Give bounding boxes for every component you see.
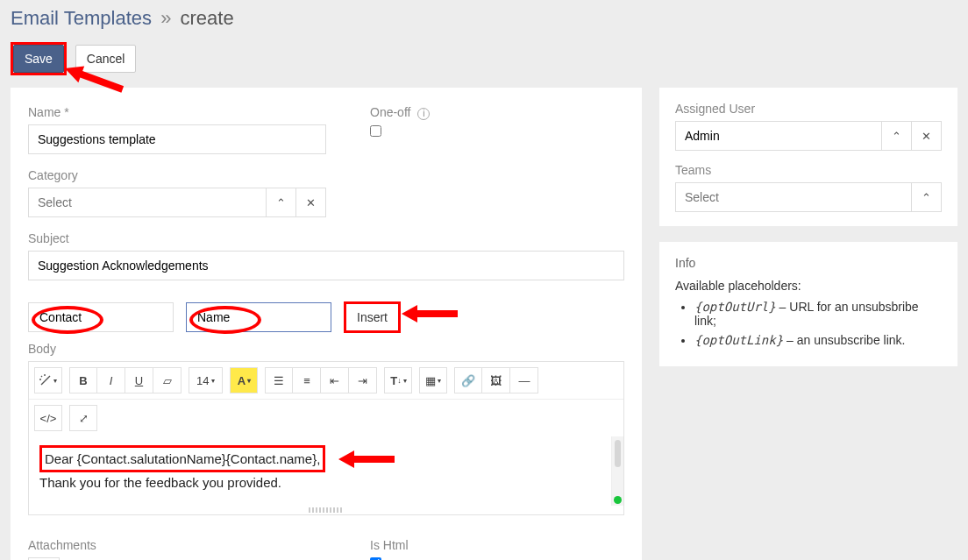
assigned-user-select-button[interactable]: ⌃	[882, 121, 912, 151]
caret-down-icon: ▾	[247, 377, 251, 385]
assigned-user-input[interactable]	[675, 121, 882, 151]
caret-down-icon: ▾	[211, 377, 215, 385]
side-panel-info: Info Available placeholders: {optOutUrl}…	[659, 242, 957, 366]
tb-underline[interactable]: U	[125, 367, 153, 393]
side-panel-assignment: Assigned User ⌃ ✕ Teams ⌃	[659, 88, 957, 226]
tb-fontcolor[interactable]: A▾	[230, 367, 258, 393]
category-clear-button[interactable]: ✕	[296, 188, 326, 217]
ishtml-checkbox[interactable]	[370, 557, 381, 561]
assigned-user-clear-button[interactable]: ✕	[912, 121, 942, 151]
teams-select-button[interactable]: ⌃	[912, 182, 942, 212]
caret-down-icon: ▾	[403, 377, 407, 385]
oneoff-label: One-off i	[370, 105, 430, 120]
subject-input[interactable]	[28, 251, 624, 280]
category-label: Category	[28, 168, 326, 182]
attachments-button[interactable]: 📎	[28, 557, 60, 561]
chevron-up-icon: ⌃	[922, 191, 931, 204]
info-item: {optOutUrl} – URL for an unsubsbribe lin…	[694, 300, 942, 328]
ishtml-label: Is Html	[370, 538, 409, 552]
svg-marker-1	[402, 305, 458, 323]
tb-table[interactable]: ▦▾	[419, 367, 447, 393]
tb-codeview[interactable]: </>	[34, 405, 62, 431]
image-icon: 🖼	[490, 374, 502, 387]
tb-italic[interactable]: I	[97, 367, 125, 393]
breadcrumb: Email Templates » create	[11, 0, 957, 42]
subject-label: Subject	[28, 231, 624, 245]
tb-image[interactable]: 🖼	[482, 367, 510, 393]
tb-clear[interactable]: ▱	[153, 367, 182, 393]
tb-heading[interactable]: T↓▾	[384, 367, 412, 393]
editor-resize-handle[interactable]	[309, 507, 344, 513]
tb-fontsize[interactable]: 14▾	[189, 367, 223, 393]
list-ul-icon: ☰	[274, 374, 284, 387]
link-icon: 🔗	[461, 374, 475, 387]
tb-hr[interactable]: —	[510, 367, 538, 393]
table-icon: ▦	[425, 374, 436, 387]
list-ol-icon: ≡	[303, 374, 310, 387]
oneoff-checkbox[interactable]	[370, 125, 381, 137]
caret-down-icon: ▾	[438, 377, 441, 385]
cancel-button[interactable]: Cancel	[75, 45, 137, 73]
outdent-icon: ⇤	[330, 374, 339, 387]
annotation-arrow-body	[338, 449, 400, 471]
breadcrumb-root-link[interactable]: Email Templates	[11, 7, 152, 29]
grammar-indicator-icon	[614, 496, 622, 504]
assigned-user-label: Assigned User	[675, 102, 942, 116]
category-select-button[interactable]: ⌃	[267, 188, 296, 217]
svg-marker-2	[338, 450, 395, 468]
name-input[interactable]	[28, 124, 326, 154]
main-form-panel: Name * One-off i Category ⌃ ✕	[11, 88, 642, 560]
info-placeholder-list: {optOutUrl} – URL for an unsubsbribe lin…	[675, 300, 942, 347]
annotation-arrow-insert	[402, 303, 463, 330]
teams-label: Teams	[675, 163, 942, 177]
hr-icon: —	[518, 374, 530, 387]
tb-ol[interactable]: ≡	[293, 367, 321, 393]
tb-indent[interactable]: ⇥	[349, 367, 377, 393]
tb-ul[interactable]: ☰	[265, 367, 293, 393]
save-button[interactable]: Save	[13, 45, 64, 73]
tb-magic[interactable]: ▾	[34, 367, 62, 393]
tb-fullscreen[interactable]: ⤢	[69, 405, 97, 431]
body-line-2: Thank you for the feedback you provided.	[39, 472, 613, 493]
breadcrumb-current: create	[181, 7, 234, 29]
insert-button[interactable]: Insert	[346, 304, 398, 330]
category-input[interactable]	[28, 188, 267, 217]
teams-input[interactable]	[675, 182, 912, 212]
info-heading: Info	[675, 256, 942, 270]
tb-outdent[interactable]: ⇤	[321, 367, 349, 393]
body-line-1: Dear {Contact.salutationName}{Contact.na…	[39, 445, 325, 472]
editor-toolbar: ▾ B I U ▱ 14▾ A▾	[29, 362, 623, 400]
info-intro: Available placeholders:	[675, 279, 942, 293]
magic-icon	[39, 374, 52, 386]
indent-icon: ⇥	[358, 374, 367, 387]
name-label: Name *	[28, 105, 326, 119]
editor-scrollbar[interactable]	[611, 436, 623, 506]
editor-content[interactable]: Dear {Contact.salutationName}{Contact.na…	[29, 436, 623, 506]
placeholder-field-select[interactable]: Name	[186, 302, 331, 332]
body-label: Body	[28, 342, 624, 356]
close-icon: ✕	[306, 196, 316, 209]
fullscreen-icon: ⤢	[79, 412, 89, 425]
attachments-label: Attachments	[28, 538, 326, 552]
info-item: {optOutLink} – an unsubscribe link.	[694, 333, 942, 347]
action-toolbar: Save Cancel	[11, 42, 957, 75]
tb-link[interactable]: 🔗	[454, 367, 482, 393]
chevron-up-icon: ⌃	[276, 196, 286, 209]
placeholder-entity-select[interactable]: Contact	[28, 302, 174, 332]
tb-bold[interactable]: B	[69, 367, 97, 393]
close-icon: ✕	[922, 130, 931, 143]
chevron-up-icon: ⌃	[892, 130, 901, 143]
eraser-icon: ▱	[163, 374, 172, 387]
body-editor: ▾ B I U ▱ 14▾ A▾	[28, 361, 624, 515]
breadcrumb-separator: »	[160, 7, 171, 29]
caret-down-icon: ▾	[53, 377, 57, 385]
info-icon: i	[417, 108, 430, 120]
